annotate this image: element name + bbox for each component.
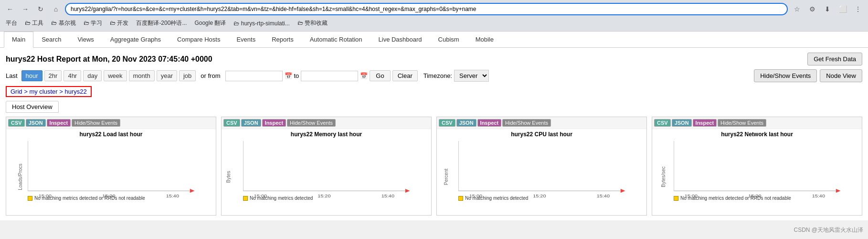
forward-button[interactable]: → [19, 3, 32, 15]
memory-chart-card: CSV JSON Inspect Hide/Show Events hurys2… [221, 117, 432, 216]
time-btn-2hr[interactable]: 2hr [44, 70, 62, 81]
host-overview-button[interactable]: Host Overview [6, 101, 59, 113]
memory-chart-title: hurys22 Memory last hour [222, 129, 431, 139]
network-no-data: No matching metrics detected or RRDs not… [674, 196, 859, 201]
time-controls: Last hour 2hr 4hr day week month year jo… [6, 69, 862, 82]
tab-search[interactable]: Search [33, 32, 69, 47]
cpu-csv-button[interactable]: CSV [439, 119, 455, 127]
right-action-buttons: Hide/Show Events Node View [754, 69, 862, 82]
load-chart-toolbar: CSV JSON Inspect Hide/Show Events [6, 117, 216, 129]
svg-marker-14 [405, 189, 410, 193]
menu-button[interactable]: ⋮ [852, 3, 864, 15]
bookmark-button[interactable]: ☆ [791, 3, 803, 15]
node-view-button[interactable]: Node View [820, 69, 862, 82]
toolbar-hurys[interactable]: 🗁 hurys-rtp-simulati... [232, 19, 291, 28]
cpu-no-data: No matching metrics detected [458, 196, 644, 201]
cpu-hide-events-button[interactable]: Hide/Show Events [502, 119, 551, 127]
tab-aggregate-graphs[interactable]: Aggregate Graphs [102, 32, 169, 47]
download-button[interactable]: ⬇ [821, 3, 834, 15]
content-area: hurys22 Host Report at Mon, 20 Nov 2023 … [0, 48, 868, 220]
timezone-select[interactable]: Server UTC Local [454, 70, 489, 82]
tab-automatic-rotation[interactable]: Automatic Rotation [302, 32, 370, 47]
back-button[interactable]: ← [4, 3, 16, 15]
or-from-label: or from [201, 72, 220, 79]
load-inspect-button[interactable]: Inspect [47, 119, 71, 127]
address-bar[interactable] [65, 3, 788, 15]
time-btn-year[interactable]: year [157, 70, 177, 81]
cpu-json-button[interactable]: JSON [456, 119, 476, 127]
from-date-input[interactable] [225, 71, 283, 81]
calendar-icon-to[interactable]: 📅 [360, 72, 368, 79]
breadcrumb-mycluster[interactable]: my cluster [29, 88, 57, 95]
tab-mobile[interactable]: Mobile [467, 32, 502, 47]
load-hide-events-button[interactable]: Hide/Show Events [72, 119, 120, 127]
browser-toolbar: 平台 🗁 工具 🗁 慕尔视 🗁 学习 🗁 开发 百度翻译-200种语... Go… [4, 18, 864, 28]
memory-hide-events-button[interactable]: Hide/Show Events [287, 119, 336, 127]
network-chart-area: Bytes/sec 0.0 0.2 0.4 0.6 0.8 1.0 15:00 … [652, 139, 862, 215]
toolbar-baidu[interactable]: 百度翻译-200种语... [134, 18, 189, 28]
time-btn-day[interactable]: day [83, 70, 102, 81]
tab-events[interactable]: Events [228, 32, 264, 47]
load-chart-card: CSV JSON Inspect Hide/Show Events hurys2… [6, 117, 216, 216]
time-btn-job[interactable]: job [179, 70, 196, 81]
toolbar-dev[interactable]: 🗁 开发 [108, 18, 130, 28]
last-label: Last [6, 72, 18, 79]
toolbar-tools[interactable]: 🗁 工具 [23, 18, 45, 28]
memory-inspect-button[interactable]: Inspect [262, 119, 286, 127]
clear-button[interactable]: Clear [392, 70, 418, 81]
network-inspect-button[interactable]: Inspect [693, 119, 717, 127]
load-csv-button[interactable]: CSV [8, 119, 25, 127]
extensions-button[interactable]: ⚙ [806, 3, 818, 15]
tab-button[interactable]: ⬜ [836, 3, 849, 15]
page-nav: Main Search Views Aggregate Graphs Compa… [0, 32, 868, 48]
reload-button[interactable]: ↻ [34, 3, 47, 15]
network-json-button[interactable]: JSON [672, 119, 692, 127]
toolbar-platform[interactable]: 平台 [4, 18, 19, 28]
time-btn-hour[interactable]: hour [21, 70, 42, 81]
tab-reports[interactable]: Reports [264, 32, 302, 47]
hide-show-events-button[interactable]: Hide/Show Events [754, 69, 817, 82]
load-chart-title: hurys22 Load last hour [6, 129, 216, 139]
memory-csv-button[interactable]: CSV [223, 119, 240, 127]
breadcrumb-grid[interactable]: Grid [11, 88, 22, 95]
cpu-y-label: Percent [444, 169, 449, 185]
memory-json-button[interactable]: JSON [241, 119, 261, 127]
calendar-icon-from[interactable]: 📅 [285, 72, 292, 79]
network-chart-title: hurys22 Network last hour [652, 129, 862, 139]
tab-live-dashboard[interactable]: Live Dashboard [370, 32, 430, 47]
network-y-label: Bytes/sec [661, 166, 666, 187]
cpu-inspect-button[interactable]: Inspect [477, 119, 502, 127]
home-button[interactable]: ⌂ [50, 3, 62, 15]
svg-marker-2 [190, 189, 195, 193]
memory-chart-toolbar: CSV JSON Inspect Hide/Show Events [222, 117, 431, 129]
toolbar-bookmarks[interactable]: 🗁 赞和收藏 [296, 18, 329, 28]
toolbar-google[interactable]: Google 翻译 [192, 18, 228, 28]
cpu-chart-card: CSV JSON Inspect Hide/Show Events hurys2… [436, 117, 647, 216]
network-chart-svg: 0.0 0.2 0.4 0.6 0.8 1.0 15:00 15:20 15:4… [674, 141, 847, 201]
breadcrumb-hurys22: hurys22 [64, 88, 86, 95]
tab-cubism[interactable]: Cubism [430, 32, 467, 47]
tab-views[interactable]: Views [69, 32, 102, 47]
network-csv-button[interactable]: CSV [654, 119, 671, 127]
network-hide-events-button[interactable]: Hide/Show Events [718, 119, 766, 127]
load-y-label: Loads/Procs [18, 163, 23, 190]
cpu-chart-toolbar: CSV JSON Inspect Hide/Show Events [437, 117, 646, 129]
tab-compare-hosts[interactable]: Compare Hosts [169, 32, 228, 47]
toolbar-murview[interactable]: 🗁 慕尔视 [49, 18, 77, 28]
load-json-button[interactable]: JSON [26, 119, 46, 127]
toolbar-learning[interactable]: 🗁 学习 [82, 18, 104, 28]
tab-main[interactable]: Main [4, 32, 33, 48]
time-btn-month[interactable]: month [129, 70, 155, 81]
host-report-header: hurys22 Host Report at Mon, 20 Nov 2023 … [6, 53, 862, 65]
time-btn-4hr[interactable]: 4hr [64, 70, 81, 81]
load-chart-svg: 0.0 0.2 0.4 0.6 0.8 1.0 15:00 15:20 15:4… [28, 141, 201, 201]
get-fresh-data-button[interactable]: Get Fresh Data [807, 53, 862, 65]
cpu-no-data-text: No matching metrics detected [465, 196, 528, 201]
memory-y-label: Bytes [226, 171, 231, 183]
to-date-input[interactable] [301, 71, 358, 81]
time-btn-week[interactable]: week [104, 70, 127, 81]
memory-no-data-text: No matching metrics detected [250, 196, 313, 201]
memory-no-data: No matching metrics detected [243, 196, 429, 201]
go-button[interactable]: Go [370, 70, 390, 81]
memory-chart-svg: 0.0 0.2 0.4 0.6 0.8 1.0 15:00 15:20 15:4… [243, 141, 417, 201]
